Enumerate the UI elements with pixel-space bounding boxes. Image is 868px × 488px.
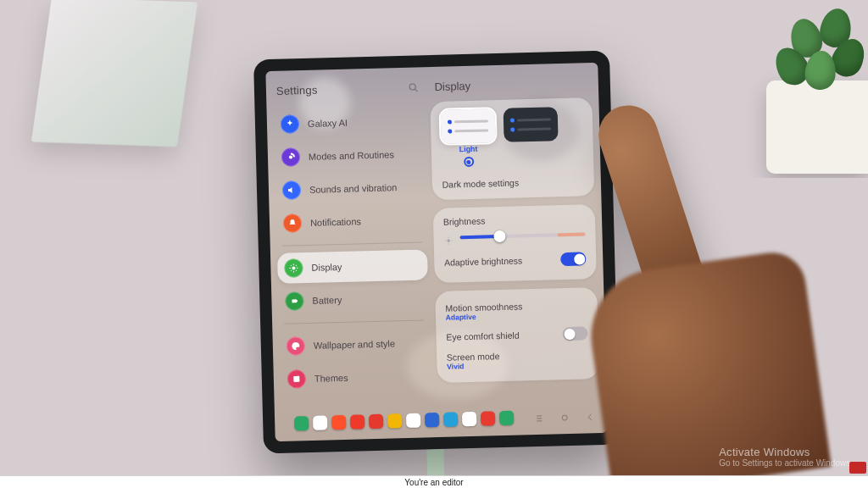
nav-keys — [534, 410, 595, 422]
sidebar-item-label: Display — [311, 262, 342, 273]
dock-app-icon[interactable] — [387, 413, 401, 428]
windows-activation-watermark: Activate Windows Go to Settings to activ… — [719, 446, 853, 468]
sun-icon — [284, 258, 303, 278]
svg-point-3 — [292, 266, 295, 269]
battery-icon — [285, 291, 304, 311]
eye-comfort-toggle[interactable] — [562, 326, 587, 341]
sidebar-item-wallpaper[interactable]: Wallpaper and style — [279, 327, 430, 362]
nav-back[interactable] — [585, 410, 595, 420]
display-panel: Display Light — [429, 68, 600, 407]
settings-title: Settings — [276, 84, 318, 97]
tablet-screen: Settings Galaxy AI — [265, 63, 607, 441]
brightness-sun-icon — [443, 233, 453, 242]
sidebar-item-label: Sounds and vibration — [309, 182, 398, 195]
foldable-tablet: Settings Galaxy AI — [253, 51, 620, 454]
separator — [284, 319, 424, 324]
adaptive-brightness-label: Adaptive brightness — [444, 255, 523, 267]
dock-app-icon[interactable] — [349, 414, 364, 429]
bell-icon — [283, 214, 303, 233]
sidebar-item-notifications[interactable]: Notifications — [276, 204, 427, 239]
sidebar-item-themes[interactable]: Themes — [280, 360, 431, 395]
svg-point-0 — [409, 83, 415, 89]
ai-icon — [281, 114, 300, 134]
svg-line-9 — [296, 270, 297, 271]
screen-mode-row[interactable]: Screen mode Vivid — [447, 345, 589, 374]
settings-list: Galaxy AI Modes and Routines Sounds and … — [274, 105, 431, 395]
dock-app-icon[interactable] — [461, 411, 476, 425]
separator — [282, 241, 422, 246]
nav-recents[interactable] — [534, 412, 544, 422]
desk-glass-prism — [31, 0, 198, 147]
sidebar-item-display[interactable]: Display — [277, 249, 428, 284]
svg-rect-13 — [297, 300, 298, 302]
brightness-thumb[interactable] — [494, 230, 506, 242]
display-title: Display — [429, 68, 592, 102]
sidebar-item-battery[interactable]: Battery — [278, 282, 429, 317]
svg-rect-14 — [293, 376, 299, 382]
nav-home[interactable] — [559, 411, 570, 421]
svg-line-1 — [415, 89, 417, 92]
palette-icon — [287, 336, 306, 356]
svg-line-8 — [291, 265, 292, 266]
settings-sidebar: Settings Galaxy AI — [273, 72, 431, 410]
dock-app-icon[interactable] — [368, 413, 382, 428]
theme-dark-tile[interactable] — [503, 107, 558, 142]
sidebar-item-label: Galaxy AI — [308, 118, 348, 129]
sidebar-item-label: Wallpaper and style — [314, 338, 395, 351]
sidebar-item-label: Themes — [314, 373, 348, 384]
themes-icon — [287, 369, 307, 389]
dock-app-icon[interactable] — [480, 411, 494, 425]
watermark-title: Activate Windows — [719, 446, 853, 458]
svg-point-2 — [289, 155, 292, 158]
svg-rect-12 — [292, 299, 297, 302]
brightness-title: Brightness — [443, 213, 586, 226]
search-icon[interactable] — [407, 81, 419, 93]
sidebar-item-galaxy-ai[interactable]: Galaxy AI — [274, 105, 425, 140]
theme-card: Light Dark mode settings — [430, 97, 594, 200]
modes-icon — [281, 147, 301, 167]
taskbar-dock — [287, 410, 520, 430]
sidebar-item-sounds[interactable]: Sounds and vibration — [275, 171, 426, 206]
caption-bar: You're an editor — [0, 475, 868, 488]
caption-text: You're an editor — [404, 478, 463, 487]
dock-app-icon[interactable] — [294, 416, 309, 430]
theme-light-radio[interactable] — [464, 157, 474, 167]
corner-badge — [849, 462, 866, 474]
svg-point-15 — [447, 239, 450, 242]
dock-app-icon[interactable] — [331, 414, 345, 429]
motion-smoothness-row[interactable]: Motion smoothness Adaptive — [445, 296, 587, 324]
adaptive-brightness-toggle[interactable] — [560, 252, 586, 266]
svg-line-10 — [296, 265, 297, 266]
sound-icon — [282, 180, 302, 200]
svg-line-11 — [291, 270, 292, 271]
brightness-slider[interactable] — [459, 228, 586, 243]
sidebar-item-modes[interactable]: Modes and Routines — [275, 138, 426, 173]
eye-comfort-label: Eye comfort shield — [446, 330, 520, 341]
desk-plant — [741, 0, 868, 178]
watermark-subtitle: Go to Settings to activate Windows. — [719, 458, 853, 468]
theme-light-label: Light — [459, 145, 477, 154]
sidebar-item-label: Notifications — [310, 216, 361, 228]
dock-app-icon[interactable] — [442, 412, 457, 426]
dock-app-icon[interactable] — [498, 410, 513, 424]
svg-point-23 — [562, 415, 567, 420]
dock-app-icon[interactable] — [405, 413, 420, 427]
dark-mode-settings-row[interactable]: Dark mode settings — [442, 169, 584, 191]
brightness-card: Brightness Adaptive brightne — [432, 204, 597, 283]
sidebar-item-label: Modes and Routines — [309, 149, 394, 162]
advanced-card: Motion smoothness Adaptive Eye comfort s… — [435, 287, 599, 383]
theme-light-tile[interactable] — [440, 108, 495, 144]
sidebar-item-label: Battery — [312, 295, 342, 306]
dock-app-icon[interactable] — [312, 415, 326, 430]
dock-app-icon[interactable] — [424, 413, 438, 427]
